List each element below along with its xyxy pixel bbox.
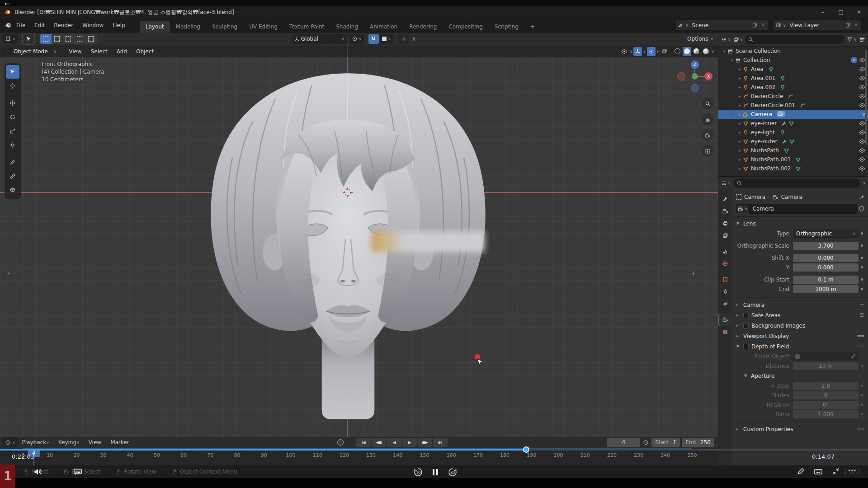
menu-file[interactable]: File <box>12 20 30 30</box>
timeline-ruler[interactable]: 4 01020304050607080901001101201301401501… <box>0 448 718 465</box>
timeline-menu-view[interactable]: View <box>84 437 106 447</box>
shading-wireframe-icon[interactable] <box>673 47 682 56</box>
disclosure-icon[interactable]: ▸ <box>737 122 742 126</box>
pivot-point-dropdown[interactable]: ∨ <box>349 34 364 44</box>
disclosure-icon[interactable]: ▸ <box>737 158 742 162</box>
menu-edit[interactable]: Edit <box>30 20 49 30</box>
workspace-tab-compositing[interactable]: Compositing <box>443 21 488 33</box>
outliner-row-beziercircle[interactable]: ▸BezierCircle <box>718 92 868 101</box>
object-visibility-icon[interactable] <box>620 47 629 56</box>
copy-scene-icon[interactable] <box>752 22 758 28</box>
properties-tab-view-layer[interactable] <box>718 230 732 242</box>
section-checkbox[interactable] <box>743 323 749 328</box>
outliner-item-label[interactable]: Camera <box>751 111 772 117</box>
outliner-row-nurbspath-002[interactable]: ▸NurbsPath.002 <box>718 164 868 173</box>
workspace-tab-sculpting[interactable]: Sculpting <box>206 21 243 33</box>
property-slider[interactable]: 1.000 <box>793 410 859 418</box>
navigation-gizmo[interactable]: Z X <box>676 58 714 96</box>
outliner-item-label[interactable]: Scene Collection <box>736 48 781 54</box>
shading-solid-icon[interactable] <box>683 47 691 56</box>
disclosure-icon[interactable]: ▸ <box>736 303 741 307</box>
properties-search-input[interactable] <box>734 178 860 188</box>
disclosure-icon[interactable]: ▸ <box>736 324 741 328</box>
section-custom-properties[interactable]: ▸ Custom Properties ══ <box>732 424 868 434</box>
property-slider[interactable]: 0° <box>793 401 859 409</box>
section-aperture[interactable]: ▼ Aperture <box>732 371 868 381</box>
minimize-button[interactable]: – <box>814 6 832 18</box>
editor-type-button[interactable]: ∨ <box>3 34 18 44</box>
skip-back-button[interactable]: 10 <box>412 466 424 478</box>
outliner-item-label[interactable]: NurbsPath.002 <box>751 165 791 172</box>
disclosure-icon[interactable]: ▸ <box>737 140 742 144</box>
timeline-menu-keying[interactable]: Keying ∨ <box>54 437 84 447</box>
viewport-menu-add[interactable]: Add <box>112 47 132 56</box>
disclosure-icon[interactable]: ▾ <box>730 58 734 62</box>
eyedropper-icon[interactable] <box>850 353 856 359</box>
outliner-item-label[interactable]: eye-outer <box>751 138 777 145</box>
properties-editor-type[interactable]: ∨ <box>721 180 731 186</box>
animate-dot-icon[interactable] <box>861 266 863 268</box>
video-progress-bar[interactable] <box>0 449 868 450</box>
properties-options-icon[interactable]: ∨ <box>863 181 866 185</box>
fake-user-shield-icon[interactable] <box>859 206 865 212</box>
properties-tab-output[interactable] <box>718 217 732 230</box>
tool-measure-button[interactable] <box>6 169 19 183</box>
viewport-menu-select[interactable]: Select <box>86 47 112 56</box>
tool-add-cube-button[interactable] <box>6 183 19 197</box>
chevron-down-icon[interactable]: ∨ <box>711 49 714 54</box>
hide-eye-icon[interactable] <box>859 129 865 136</box>
properties-tab-constraints[interactable] <box>718 286 732 298</box>
disclosure-icon[interactable]: ▸ <box>737 85 742 89</box>
animate-dot-icon[interactable] <box>861 365 863 367</box>
properties-tab-object[interactable] <box>718 273 732 286</box>
hide-eye-icon[interactable] <box>859 84 865 90</box>
viewport-3d[interactable]: + + <box>0 45 718 437</box>
breadcrumb-data[interactable]: Camera <box>781 194 802 200</box>
outliner-row-eye-outer[interactable]: ▸eye-outer <box>718 137 868 146</box>
disclosure-icon[interactable]: ▸ <box>737 149 742 153</box>
workspace-tab-texture-paint[interactable]: Texture Paint <box>283 21 330 33</box>
maximize-button[interactable]: □ <box>832 6 850 18</box>
outliner-item-label[interactable]: NurbsPath <box>751 147 779 154</box>
animate-dot-icon[interactable] <box>861 404 863 406</box>
outliner-item-label[interactable]: BezierCircle <box>751 93 783 99</box>
outliner-item-label[interactable]: Collection <box>743 57 770 63</box>
workspace-tab-shading[interactable]: Shading <box>330 21 364 33</box>
property-slider[interactable]: 0.000 <box>793 263 859 272</box>
jump-to-start-button[interactable]: |◀ <box>356 438 371 447</box>
timeline-menu-playback[interactable]: Playback ∨ <box>18 437 54 447</box>
select-mode-invert[interactable] <box>74 34 85 44</box>
select-mode-intersect[interactable] <box>85 34 97 44</box>
outliner-item-label[interactable]: eye-light <box>751 129 775 136</box>
collection-checkbox[interactable]: ✓ <box>851 57 857 63</box>
pause-button[interactable] <box>430 466 440 478</box>
jump-to-end-button[interactable]: ▶| <box>433 438 448 447</box>
hide-eye-icon[interactable] <box>859 156 865 163</box>
tool-move-button[interactable] <box>6 96 19 110</box>
gizmos-icon[interactable] <box>633 47 642 56</box>
snap-target-dropdown[interactable]: ∨ <box>380 34 393 44</box>
outliner-row-beziercircle-001[interactable]: ▸BezierCircle.001 <box>718 101 868 110</box>
outliner-row-area[interactable]: ▸Area <box>718 65 868 74</box>
overlays-icon[interactable] <box>647 47 656 56</box>
unlink-scene-icon[interactable]: ✕ <box>760 22 766 28</box>
animate-dot-icon[interactable] <box>861 288 863 290</box>
hide-eye-icon[interactable] <box>859 120 865 127</box>
frame-start-field[interactable]: Start1 <box>651 438 680 447</box>
disclosure-icon[interactable]: ▸ <box>736 313 741 317</box>
property-dropdown[interactable]: Orthographic∨ <box>793 230 859 238</box>
disclosure-icon[interactable]: ▸ <box>737 94 742 99</box>
copy-view-layer-icon[interactable] <box>845 22 851 28</box>
outliner-item-label[interactable]: BezierCircle.001 <box>751 102 795 108</box>
property-object-field[interactable] <box>793 352 859 361</box>
disclosure-icon[interactable]: ▸ <box>737 113 742 117</box>
outliner-row-camera[interactable]: ▸Camera∨ <box>718 110 868 119</box>
frame-end-field[interactable]: End250 <box>682 438 714 447</box>
animate-dot-icon[interactable] <box>861 385 863 387</box>
options-button[interactable]: Options ∨ <box>687 36 713 42</box>
outliner-item-label[interactable]: NurbsPath.001 <box>751 156 791 163</box>
hide-eye-icon[interactable] <box>859 138 865 145</box>
snap-toggle[interactable] <box>368 34 379 44</box>
property-slider[interactable]: 1000 m <box>793 285 859 293</box>
property-slider[interactable]: 10 m <box>793 362 859 370</box>
